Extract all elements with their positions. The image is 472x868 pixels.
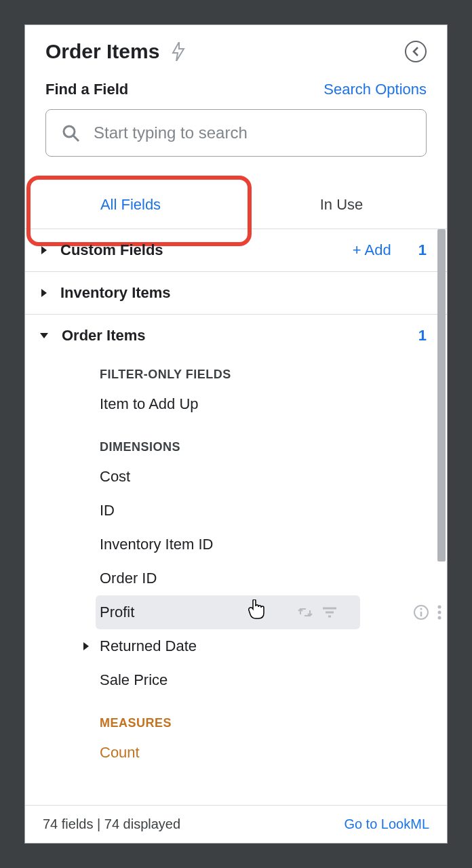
- panel-header: Order Items: [25, 25, 447, 63]
- filter-icon[interactable]: [322, 606, 337, 618]
- field-picker-panel: Order Items Find a Field Search Options …: [24, 24, 448, 844]
- field-count[interactable]: Count: [25, 736, 447, 770]
- svg-point-9: [438, 611, 441, 614]
- svg-point-8: [438, 606, 441, 609]
- pivot-icon[interactable]: [298, 605, 313, 620]
- field-profit[interactable]: Profit: [96, 595, 360, 629]
- field-sale-price[interactable]: Sale Price: [25, 663, 447, 697]
- find-field-label: Find a Field: [45, 81, 128, 98]
- tab-all-fields-label: All Fields: [100, 196, 161, 213]
- field-returned-date-label: Returned Date: [100, 637, 197, 655]
- caret-right-icon: [41, 246, 47, 254]
- search-icon: [61, 123, 80, 142]
- svg-point-6: [420, 608, 422, 610]
- field-inventory-item-id[interactable]: Inventory Item ID: [25, 528, 447, 561]
- field-order-id[interactable]: Order ID: [25, 561, 447, 595]
- search-options-link[interactable]: Search Options: [323, 81, 427, 98]
- svg-point-0: [64, 126, 75, 137]
- group-order-items-label: Order Items: [62, 327, 391, 344]
- panel-title: Order Items: [45, 40, 159, 63]
- field-count-text: 74 fields | 74 displayed: [43, 816, 180, 832]
- group-inventory-items-label: Inventory Items: [60, 284, 427, 302]
- group-custom-fields-label: Custom Fields: [60, 241, 339, 259]
- scrollbar-thumb[interactable]: [437, 229, 446, 561]
- section-measures: MEASURES: [25, 697, 447, 736]
- footer: 74 fields | 74 displayed Go to LookML: [25, 805, 447, 843]
- search-section: Find a Field Search Options: [25, 63, 447, 170]
- field-list: Custom Fields + Add 1 Inventory Items Or…: [25, 229, 447, 805]
- go-to-lookml-link[interactable]: Go to LookML: [344, 816, 429, 832]
- group-order-items[interactable]: Order Items 1: [25, 315, 447, 357]
- field-cost[interactable]: Cost: [25, 460, 447, 494]
- section-filter-only: FILTER-ONLY FIELDS: [25, 357, 447, 387]
- info-icon[interactable]: [413, 604, 429, 620]
- search-input[interactable]: [94, 123, 411, 142]
- custom-fields-count: 1: [418, 241, 427, 259]
- tab-in-use-label: In Use: [320, 196, 363, 213]
- field-returned-date[interactable]: Returned Date: [25, 629, 447, 663]
- tab-in-use[interactable]: In Use: [236, 181, 447, 229]
- svg-point-10: [438, 616, 441, 620]
- field-item-to-add-up[interactable]: Item to Add Up: [25, 387, 447, 421]
- group-custom-fields[interactable]: Custom Fields + Add 1: [25, 229, 447, 272]
- field-profit-label: Profit: [100, 604, 134, 621]
- order-items-count: 1: [418, 327, 427, 344]
- lightning-icon[interactable]: [172, 42, 185, 61]
- group-inventory-items[interactable]: Inventory Items: [25, 272, 447, 315]
- search-box[interactable]: [45, 109, 427, 157]
- collapse-icon[interactable]: [405, 41, 427, 62]
- section-dimensions: DIMENSIONS: [25, 421, 447, 460]
- svg-line-1: [73, 136, 79, 141]
- caret-right-icon: [41, 289, 47, 297]
- caret-right-icon: [83, 642, 89, 650]
- caret-down-icon: [40, 333, 48, 338]
- tabs: All Fields In Use: [25, 181, 447, 229]
- field-id[interactable]: ID: [25, 494, 447, 528]
- tab-all-fields[interactable]: All Fields: [25, 181, 236, 229]
- more-dots-icon[interactable]: [437, 604, 441, 620]
- add-custom-field-link[interactable]: + Add: [353, 241, 391, 259]
